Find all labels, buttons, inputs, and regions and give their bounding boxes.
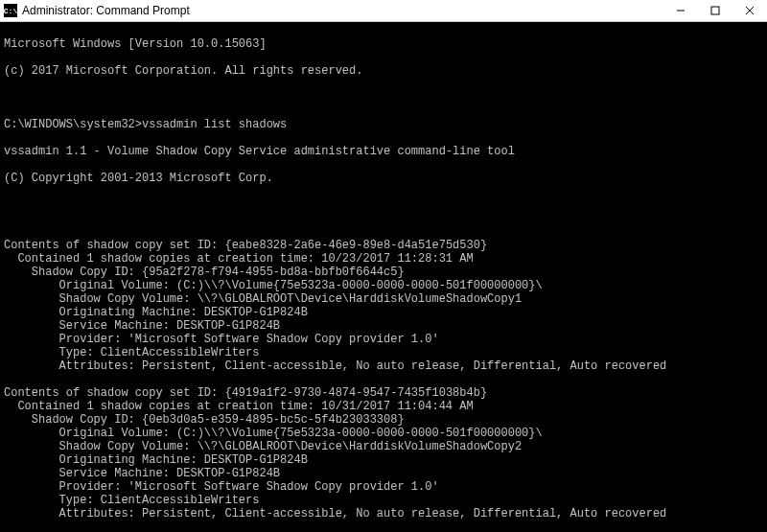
blank-line <box>4 91 763 104</box>
svg-rect-1 <box>711 7 719 14</box>
originating-machine-line: Originating Machine: DESKTOP-G1P824B <box>4 306 763 319</box>
minimize-button[interactable] <box>663 0 698 21</box>
creation-time-line: Contained 1 shadow copies at creation ti… <box>4 400 763 413</box>
service-machine-line: Service Machine: DESKTOP-G1P824B <box>4 319 763 333</box>
provider-line: Provider: 'Microsoft Software Shadow Cop… <box>4 480 763 494</box>
original-volume-line: Original Volume: (C:)\\?\Volume{75e5323a… <box>4 279 763 292</box>
provider-line: Provider: 'Microsoft Software Shadow Cop… <box>4 333 763 346</box>
service-machine-line: Service Machine: DESKTOP-G1P824B <box>4 467 763 480</box>
tool-header-1: vssadmin 1.1 - Volume Shadow Copy Servic… <box>4 145 763 158</box>
close-button[interactable] <box>732 0 767 21</box>
type-line: Type: ClientAccessibleWriters <box>4 494 763 507</box>
prompt-line: C:\WINDOWS\system32>vssadmin list shadow… <box>4 118 763 131</box>
copy-id-line: Shadow Copy ID: {0eb3d0a5-e359-4895-bc5c… <box>4 413 763 427</box>
original-volume-line: Original Volume: (C:)\\?\Volume{75e5323a… <box>4 427 763 440</box>
originating-machine-line: Originating Machine: DESKTOP-G1P824B <box>4 453 763 467</box>
caption-buttons <box>663 0 767 21</box>
shadow-volume-line: Shadow Copy Volume: \\?\GLOBALROOT\Devic… <box>4 292 763 306</box>
version-line: Microsoft Windows [Version 10.0.15063] <box>4 37 763 51</box>
creation-time-line: Contained 1 shadow copies at creation ti… <box>4 252 763 266</box>
attributes-line: Attributes: Persistent, Client-accessibl… <box>4 359 763 373</box>
shadow-volume-line: Shadow Copy Volume: \\?\GLOBALROOT\Devic… <box>4 440 763 453</box>
titlebar: C:\ Administrator: Command Prompt <box>0 0 767 22</box>
shadow-copy-set: Contents of shadow copy set ID: {4919a1f… <box>4 386 763 532</box>
copy-id-line: Shadow Copy ID: {95a2f278-f794-4955-bd8a… <box>4 266 763 279</box>
maximize-button[interactable] <box>698 0 732 21</box>
blank-line <box>4 373 763 386</box>
terminal-output[interactable]: Microsoft Windows [Version 10.0.15063] (… <box>0 22 767 532</box>
type-line: Type: ClientAccessibleWriters <box>4 346 763 359</box>
blank-line <box>4 198 763 212</box>
attributes-line: Attributes: Persistent, Client-accessibl… <box>4 507 763 520</box>
window-title: Administrator: Command Prompt <box>22 4 663 17</box>
copyright-line: (c) 2017 Microsoft Corporation. All righ… <box>4 64 763 78</box>
set-id-line: Contents of shadow copy set ID: {4919a1f… <box>4 386 763 400</box>
tool-header-2: (C) Copyright 2001-2013 Microsoft Corp. <box>4 172 763 185</box>
set-id-line: Contents of shadow copy set ID: {eabe832… <box>4 239 763 252</box>
cmd-icon: C:\ <box>4 4 17 17</box>
blank-line <box>4 520 763 532</box>
shadow-copy-set: Contents of shadow copy set ID: {eabe832… <box>4 239 763 386</box>
